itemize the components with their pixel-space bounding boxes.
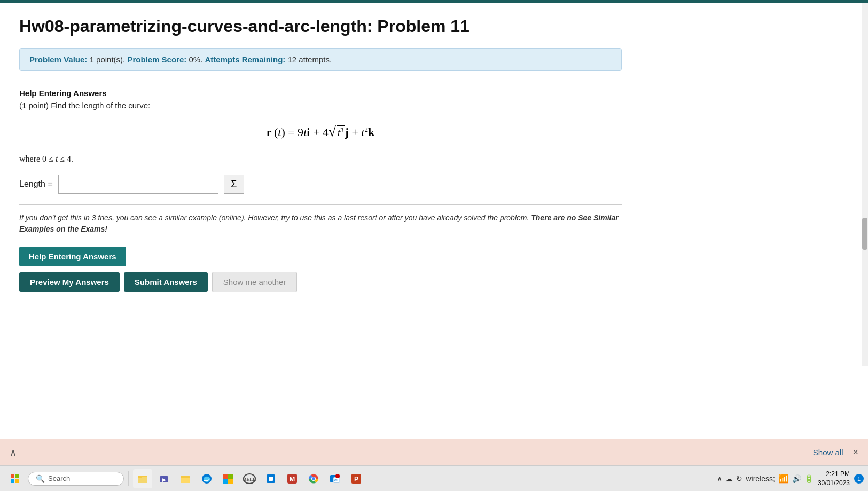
page-title: Hw08-parametrizing-curves-and-arc-length… (19, 16, 622, 36)
help-entering-answers-title: Help Entering Answers (19, 89, 622, 98)
info-box: Problem Value: 1 point(s). Problem Score… (19, 48, 622, 71)
attempts-remaining-data: 12 attempts. (288, 55, 332, 64)
problem-score-data: 0%. (189, 55, 202, 64)
attempts-remaining-label: Attempts Remaining: (205, 55, 286, 64)
preview-my-answers-button[interactable]: Preview My Answers (19, 272, 120, 292)
divider-top (19, 81, 622, 81)
answer-divider (19, 204, 622, 205)
note-text: If you don't get this in 3 tries, you ca… (19, 212, 622, 235)
scrollbar-thumb[interactable] (862, 218, 867, 250)
show-me-another-button[interactable]: Show me another (212, 272, 298, 292)
length-input[interactable] (58, 175, 218, 194)
button-row-2: Preview My Answers Submit Answers Show m… (19, 272, 622, 292)
length-label: Length = (19, 179, 53, 189)
scrollbar[interactable] (862, 3, 868, 303)
help-entering-answers-button[interactable]: Help Entering Answers (19, 247, 126, 266)
problem-value-label: Problem Value: (29, 55, 87, 64)
button-row-1: Help Entering Answers (19, 247, 622, 266)
where-text: where 0 ≤ t ≤ 4. (19, 154, 622, 164)
submit-answers-button[interactable]: Submit Answers (124, 272, 208, 292)
length-row: Length = Σ (19, 175, 622, 194)
problem-text: (1 point) Find the length of the curve: (19, 101, 622, 110)
problem-value-data: 1 point(s). (90, 55, 126, 64)
equation-block: r (t) = 9ti + 4√t3j + t2k (19, 125, 622, 139)
main-content: Hw08-parametrizing-curves-and-arc-length… (0, 3, 641, 303)
sigma-button[interactable]: Σ (224, 175, 244, 194)
problem-score-label: Problem Score: (127, 55, 186, 64)
